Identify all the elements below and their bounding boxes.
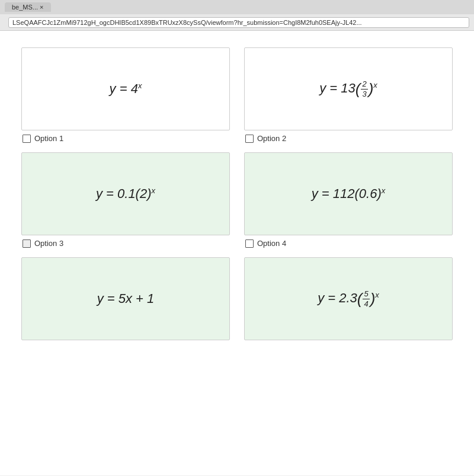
formula-1: y = 4x bbox=[110, 81, 142, 97]
option-box-1[interactable]: y = 4x bbox=[21, 47, 230, 130]
main-content: y = 4x Option 1 y = 13(23)x Option 2 bbox=[0, 31, 474, 475]
option-cell-1: y = 4x Option 1 bbox=[14, 43, 237, 148]
option-label-row-3: Option 3 bbox=[23, 239, 230, 248]
formula-3: y = 0.1(2)x bbox=[96, 186, 155, 202]
browser-tab[interactable]: be_MS... × bbox=[5, 2, 51, 12]
option-box-2[interactable]: y = 13(23)x bbox=[244, 47, 453, 130]
option-label-4: Option 4 bbox=[257, 239, 286, 248]
option-cell-5: y = 5x + 1 bbox=[14, 253, 237, 349]
checkbox-3[interactable] bbox=[23, 239, 31, 248]
option-label-row-2: Option 2 bbox=[245, 134, 453, 143]
option-label-1: Option 1 bbox=[34, 134, 63, 143]
option-label-row-4: Option 4 bbox=[245, 239, 453, 248]
option-label-row-1: Option 1 bbox=[23, 134, 230, 143]
option-cell-4: y = 112(0.6)x Option 4 bbox=[237, 148, 460, 253]
option-box-4[interactable]: y = 112(0.6)x bbox=[244, 152, 453, 235]
checkbox-4[interactable] bbox=[245, 239, 254, 248]
url-bar[interactable]: LSeQAAFCJc1ZmMi9712gH_ogcDHIB5cd1X89BxTR… bbox=[8, 17, 469, 28]
option-cell-3: y = 0.1(2)x Option 3 bbox=[14, 148, 237, 253]
checkbox-2[interactable] bbox=[245, 135, 254, 143]
browser-bar: LSeQAAFCJc1ZmMi9712gH_ogcDHIB5cd1X89BxTR… bbox=[0, 14, 474, 31]
formula-5: y = 5x + 1 bbox=[97, 291, 155, 306]
options-grid: y = 4x Option 1 y = 13(23)x Option 2 bbox=[14, 43, 460, 349]
option-label-3: Option 3 bbox=[34, 239, 63, 248]
tab-bar: be_MS... × bbox=[0, 0, 474, 14]
option-box-5[interactable]: y = 5x + 1 bbox=[21, 257, 230, 340]
option-cell-6: y = 2.3(54)x bbox=[237, 253, 460, 349]
option-label-2: Option 2 bbox=[257, 134, 286, 143]
formula-4: y = 112(0.6)x bbox=[312, 186, 386, 202]
option-cell-2: y = 13(23)x Option 2 bbox=[237, 43, 460, 148]
tab-label: be_MS... × bbox=[12, 4, 44, 11]
formula-2: y = 13(23)x bbox=[319, 79, 377, 98]
formula-6: y = 2.3(54)x bbox=[318, 289, 379, 308]
option-box-3[interactable]: y = 0.1(2)x bbox=[21, 152, 230, 235]
option-box-6[interactable]: y = 2.3(54)x bbox=[244, 257, 453, 340]
checkbox-1[interactable] bbox=[23, 135, 31, 143]
